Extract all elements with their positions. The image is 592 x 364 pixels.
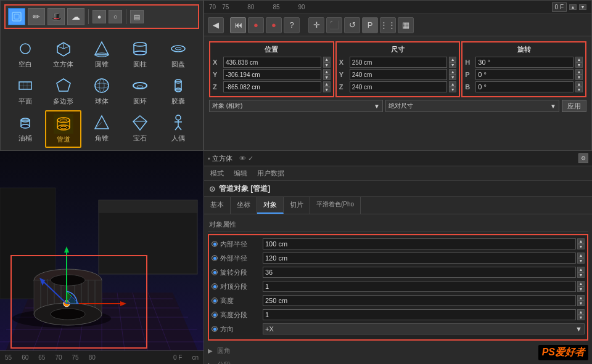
outer-radius-up[interactable]: ▲ (577, 253, 585, 258)
y-pos-up[interactable]: ▲ (323, 69, 331, 75)
hat-tool-icon[interactable]: 🎩 (47, 8, 65, 25)
inner-radius-input[interactable] (263, 238, 576, 249)
z-pos-up[interactable]: ▲ (323, 81, 331, 87)
z-size-input[interactable] (350, 81, 448, 92)
mode-tab[interactable]: 模式 (208, 168, 226, 179)
height-segments-up[interactable]: ▲ (577, 309, 585, 315)
select-tool-icon[interactable] (8, 8, 25, 25)
b-rot-up[interactable]: ▲ (575, 81, 583, 87)
y-size-down[interactable]: ▼ (449, 75, 456, 80)
height-up[interactable]: ▲ (577, 295, 585, 301)
edit-tab[interactable]: 编辑 (231, 168, 250, 179)
tab-basic[interactable]: 基本 (204, 197, 231, 214)
timeline-spin-down[interactable]: ▼ (579, 4, 586, 10)
x-pos-up[interactable]: ▲ (323, 57, 331, 62)
park-btn[interactable]: P (362, 17, 378, 33)
obj-cube[interactable]: 立方体 (45, 36, 81, 71)
y-pos-input[interactable] (223, 69, 321, 80)
scale-btn[interactable]: ⬛ (326, 17, 342, 33)
record-btn-2[interactable]: ● (266, 17, 282, 33)
p-rot-input[interactable] (475, 69, 574, 80)
apply-button[interactable]: 应用 (562, 100, 586, 112)
obj-empty[interactable]: 空白 (7, 36, 43, 71)
grid-btn[interactable]: ⋮⋮ (380, 17, 396, 33)
extra-tool[interactable]: ▤ (130, 10, 144, 23)
help-btn[interactable]: ? (284, 17, 300, 33)
outer-radius-radio[interactable] (212, 255, 218, 261)
rotate-btn[interactable]: ↺ (344, 17, 360, 33)
z-size-up[interactable]: ▲ (449, 81, 456, 87)
pencil-tool-icon[interactable]: ✏ (28, 8, 45, 25)
coord-mode-dropdown[interactable]: 对象 (相对) ▼ (209, 100, 383, 112)
cloud-tool-icon[interactable]: ☁ (67, 8, 84, 25)
play-start-btn[interactable]: ⏮ (230, 17, 246, 33)
x-size-down[interactable]: ▼ (449, 62, 456, 68)
obj-tube[interactable]: 管道 (45, 110, 81, 148)
x-pos-down[interactable]: ▼ (323, 62, 331, 68)
rot-segments-radio[interactable] (212, 269, 218, 275)
obj-cylinder[interactable]: 圆柱 (122, 36, 158, 71)
panel-settings-btn[interactable]: ⚙ (578, 153, 588, 163)
move-btn[interactable]: ✛ (308, 17, 324, 33)
direction-radio[interactable] (212, 326, 218, 332)
z-pos-down[interactable]: ▼ (323, 87, 331, 92)
obj-gem[interactable]: 宝石 (122, 110, 158, 148)
h-rot-input[interactable] (475, 57, 574, 68)
height-down[interactable]: ▼ (577, 301, 585, 306)
fillet-expand[interactable]: ▶ (208, 347, 213, 354)
p-rot-down[interactable]: ▼ (575, 75, 583, 80)
b-rot-down[interactable]: ▼ (575, 87, 583, 92)
h-rot-up[interactable]: ▲ (575, 57, 583, 62)
size-mode-dropdown[interactable]: 绝对尺寸 ▼ (385, 100, 559, 112)
x-pos-input[interactable] (223, 57, 321, 68)
rot-segments-input[interactable] (263, 267, 576, 278)
layout-btn[interactable]: ▦ (398, 17, 414, 33)
tab-coord[interactable]: 坐标 (231, 197, 257, 214)
tab-smooth[interactable]: 平滑着色(Pho (310, 197, 361, 214)
tab-object[interactable]: 对象 (257, 197, 284, 214)
obj-torus[interactable]: 圆环 (122, 73, 158, 108)
y-size-input[interactable] (350, 69, 448, 80)
p-rot-up[interactable]: ▲ (575, 69, 583, 75)
obj-disc[interactable]: 圆盘 (160, 36, 197, 71)
height-input[interactable] (263, 295, 576, 306)
obj-capsule[interactable]: 胶囊 (160, 73, 197, 108)
obj-pyramid[interactable]: 角锥 (83, 110, 120, 148)
obj-figure[interactable]: 人偶 (160, 110, 197, 148)
obj-plane[interactable]: 平面 (7, 73, 43, 108)
cap-segments-input[interactable] (263, 281, 576, 292)
obj-cone[interactable]: 圆锥 (83, 36, 120, 71)
y-pos-down[interactable]: ▼ (323, 75, 331, 80)
back-btn[interactable]: ◀ (208, 17, 224, 33)
outer-radius-input[interactable] (263, 253, 576, 264)
rot-segments-down[interactable]: ▼ (577, 272, 585, 278)
outer-radius-down[interactable]: ▼ (577, 258, 585, 264)
inner-radius-down[interactable]: ▼ (577, 244, 585, 249)
z-pos-input[interactable] (223, 81, 321, 92)
z-size-down[interactable]: ▼ (449, 87, 456, 92)
circle-tool-2[interactable]: ○ (109, 10, 122, 23)
obj-sphere[interactable]: 球体 (83, 73, 120, 108)
inner-radius-radio[interactable] (212, 241, 218, 247)
cap-segments-down[interactable]: ▼ (577, 286, 585, 292)
timeline-spin-up[interactable]: ▲ (569, 4, 577, 10)
y-size-up[interactable]: ▲ (449, 69, 456, 75)
userdata-tab[interactable]: 用户数据 (255, 168, 287, 179)
x-size-input[interactable] (350, 57, 448, 68)
height-segments-down[interactable]: ▼ (577, 315, 585, 320)
cap-segments-up[interactable]: ▲ (577, 281, 585, 286)
direction-dropdown[interactable]: +X ▼ (263, 323, 585, 334)
rot-segments-up[interactable]: ▲ (577, 267, 585, 272)
circle-tool-1[interactable]: ● (92, 10, 106, 23)
height-segments-radio[interactable] (212, 312, 218, 318)
height-segments-input[interactable] (263, 309, 576, 320)
height-radio[interactable] (212, 297, 218, 304)
obj-oiltank[interactable]: 油桶 (7, 110, 43, 148)
inner-radius-up[interactable]: ▲ (577, 238, 585, 244)
segments-expand[interactable]: ▶ (208, 362, 213, 365)
x-size-up[interactable]: ▲ (449, 57, 456, 62)
cap-segments-radio[interactable] (212, 283, 218, 289)
tab-slice[interactable]: 切片 (284, 197, 310, 214)
h-rot-down[interactable]: ▼ (575, 62, 583, 68)
record-btn[interactable]: ● (248, 17, 264, 33)
